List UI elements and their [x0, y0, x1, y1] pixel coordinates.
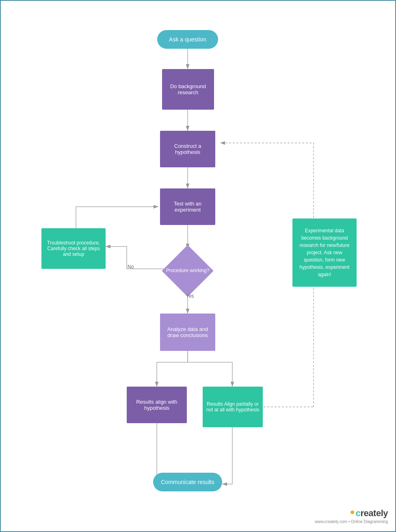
results-not-align-label: Results Align partially or not at all wi… — [206, 401, 260, 413]
troubleshoot-label: Troubleshoot procedure, Carefully check … — [45, 240, 102, 257]
experimental-data-node: Experimental data becomes background res… — [292, 218, 357, 287]
background-research-node: Do background research — [162, 69, 214, 110]
results-align-label: Results align with hypothesis — [130, 399, 184, 411]
test-experiment-node: Test with an experiment — [160, 188, 215, 225]
troubleshoot-node: Troubleshoot procedure, Carefully check … — [41, 228, 106, 269]
construct-hypothesis-label: Construct a hypothesis — [163, 143, 212, 155]
communicate-results-node: Communicate results — [153, 473, 222, 491]
analyze-data-label: Analyze data and draw conclusions — [163, 326, 212, 338]
ask-question-label: Ask a question — [169, 36, 206, 43]
communicate-results-label: Communicate results — [161, 479, 214, 485]
procedure-working-node: Procedure working? — [165, 249, 210, 293]
branding-url: www.creately.com • Online Diagramming — [315, 519, 388, 524]
yes-label: Yes — [186, 293, 194, 299]
results-not-align-node: Results Align partially or not at all wi… — [203, 387, 263, 427]
analyze-data-node: Analyze data and draw conclusions — [160, 314, 215, 351]
no-label: No — [128, 264, 134, 270]
background-research-label: Do background research — [165, 83, 211, 95]
ask-question-node: Ask a question — [157, 30, 218, 49]
branding-logo: creately — [356, 508, 388, 519]
construct-hypothesis-node: Construct a hypothesis — [160, 131, 215, 167]
experimental-data-label: Experimental data becomes background res… — [296, 227, 353, 278]
procedure-working-label: Procedure working? — [166, 268, 210, 274]
results-align-node: Results align with hypothesis — [127, 387, 187, 423]
branding: creately www.creately.com • Online Diagr… — [315, 508, 388, 524]
diagram-container: Ask a question Do background research Co… — [0, 0, 396, 532]
test-experiment-label: Test with an experiment — [163, 201, 212, 213]
